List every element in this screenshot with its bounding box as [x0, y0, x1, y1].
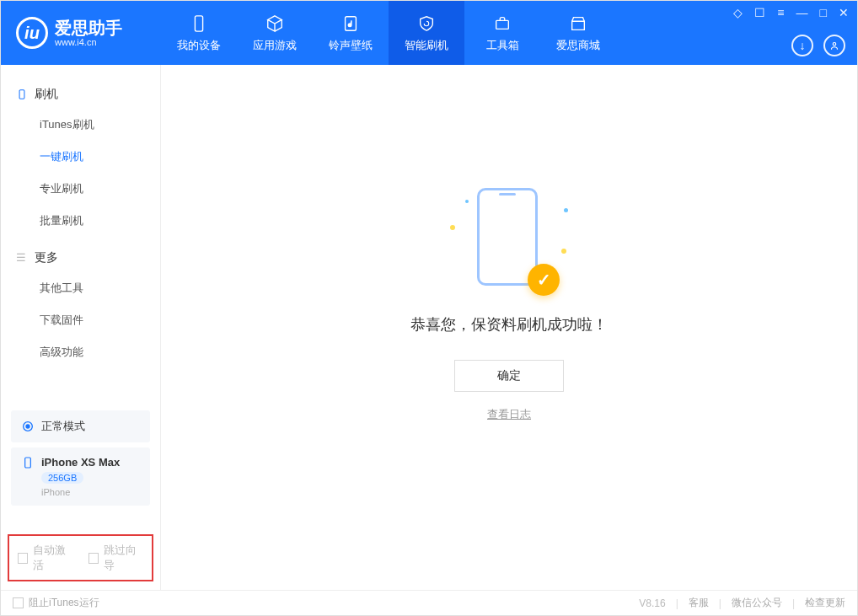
footer-link-wechat[interactable]: 微信公众号 [732, 596, 782, 610]
brand-title: 爱思助手 [55, 19, 122, 37]
checkbox-auto-activate[interactable]: 自动激活 [18, 543, 73, 573]
device-mode-row[interactable]: 正常模式 [11, 410, 150, 442]
user-icon[interactable] [823, 35, 845, 56]
sidebar-head-more: ☰ 更多 [1, 244, 160, 272]
logo-icon: iu [16, 17, 48, 49]
device-block: 正常模式 iPhone XS Max 256GB iPhone [11, 410, 150, 511]
checkmark-badge-icon: ✓ [528, 264, 560, 296]
phone-graphic [477, 188, 538, 286]
sidebar-group-flash: 刷机 iTunes刷机 一键刷机 专业刷机 批量刷机 [1, 80, 160, 237]
tab-toolbox[interactable]: 工具箱 [464, 1, 540, 65]
app-header: iu 爱思助手 www.i4.cn 我的设备 应用游戏 铃声壁纸 智能刷机 工具… [1, 1, 857, 65]
checkbox-block-itunes[interactable]: 阻止iTunes运行 [13, 596, 99, 610]
tab-label: 铃声壁纸 [329, 38, 373, 53]
refresh-shield-icon [416, 13, 437, 35]
sidebar-item-itunes-flash[interactable]: iTunes刷机 [1, 109, 160, 141]
toolbox-icon [491, 13, 513, 35]
ok-button[interactable]: 确定 [454, 360, 564, 392]
sidebar-head-label: 刷机 [35, 87, 58, 102]
sidebar-item-pro-flash[interactable]: 专业刷机 [1, 173, 160, 205]
sidebar-item-advanced[interactable]: 高级功能 [1, 336, 160, 368]
list-icon: ☰ [16, 252, 28, 264]
tab-smart-flash[interactable]: 智能刷机 [389, 1, 464, 65]
tab-label: 工具箱 [486, 38, 519, 53]
sidebar-head-flash: 刷机 [1, 80, 160, 109]
feedback-icon[interactable]: ☐ [754, 6, 765, 19]
success-message: 恭喜您，保资料刷机成功啦！ [410, 314, 608, 335]
window-controls: ◇ ☐ ≡ — □ ✕ [733, 6, 849, 19]
sidebar: 刷机 iTunes刷机 一键刷机 专业刷机 批量刷机 ☰ 更多 其他工具 下载固… [1, 65, 161, 590]
status-bar: 阻止iTunes运行 V8.16 | 客服 | 微信公众号 | 检查更新 [1, 590, 857, 615]
tab-apps-games[interactable]: 应用游戏 [237, 1, 313, 65]
device-capacity-badge: 256GB [41, 472, 83, 484]
device-info: iPhone XS Max 256GB iPhone [41, 456, 120, 497]
tab-label: 智能刷机 [405, 38, 448, 53]
svg-rect-4 [19, 90, 24, 99]
user-controls: ↓ [791, 35, 845, 56]
theme-icon[interactable]: ◇ [733, 6, 743, 19]
footer-right: V8.16 | 客服 | 微信公众号 | 检查更新 [639, 596, 845, 610]
main-tabs: 我的设备 应用游戏 铃声壁纸 智能刷机 工具箱 爱思商城 [161, 1, 616, 65]
app-body: 刷机 iTunes刷机 一键刷机 专业刷机 批量刷机 ☰ 更多 其他工具 下载固… [1, 65, 857, 590]
device-info-row[interactable]: iPhone XS Max 256GB iPhone [11, 447, 150, 506]
tab-label: 爱思商城 [556, 38, 600, 53]
sidebar-item-batch-flash[interactable]: 批量刷机 [1, 205, 160, 237]
svg-point-3 [833, 43, 836, 46]
checkbox-label: 阻止iTunes运行 [29, 596, 99, 610]
logo-area: iu 爱思助手 www.i4.cn [1, 1, 161, 65]
cube-icon [264, 13, 286, 35]
success-illustration: ✓ [450, 183, 568, 292]
device-phone-icon [21, 456, 35, 469]
tab-label: 应用游戏 [253, 38, 297, 53]
sidebar-item-other-tools[interactable]: 其他工具 [1, 272, 160, 304]
minimize-icon[interactable]: — [796, 6, 808, 19]
brand-text: 爱思助手 www.i4.cn [55, 19, 122, 47]
sidebar-head-label: 更多 [35, 250, 58, 265]
phone-outline-icon [16, 88, 28, 100]
sidebar-item-oneclick-flash[interactable]: 一键刷机 [1, 141, 160, 173]
device-mode-label: 正常模式 [41, 419, 85, 434]
music-file-icon [340, 13, 362, 35]
phone-icon [188, 13, 210, 35]
close-icon[interactable]: ✕ [839, 6, 849, 19]
store-icon [567, 13, 589, 35]
download-icon[interactable]: ↓ [791, 35, 813, 56]
tab-my-device[interactable]: 我的设备 [161, 1, 237, 65]
svg-rect-7 [25, 458, 31, 468]
version-label: V8.16 [639, 597, 665, 609]
device-name: iPhone XS Max [41, 456, 120, 469]
device-type: iPhone [41, 487, 120, 497]
svg-rect-2 [496, 20, 509, 29]
checkbox-skip-guide[interactable]: 跳过向导 [88, 543, 144, 573]
mode-icon [21, 420, 35, 433]
main-content: ✓ 恭喜您，保资料刷机成功啦！ 确定 查看日志 [161, 65, 857, 590]
checkbox-label: 自动激活 [33, 543, 72, 573]
tab-store[interactable]: 爱思商城 [540, 1, 616, 65]
checkbox-label: 跳过向导 [104, 543, 143, 573]
svg-rect-0 [195, 16, 202, 31]
tab-ringtones-wallpapers[interactable]: 铃声壁纸 [313, 1, 389, 65]
options-box: 自动激活 跳过向导 [8, 534, 153, 581]
sidebar-group-more: ☰ 更多 其他工具 下载固件 高级功能 [1, 244, 160, 368]
svg-point-6 [26, 425, 29, 428]
footer-link-update[interactable]: 检查更新 [805, 596, 845, 610]
tab-label: 我的设备 [177, 38, 221, 53]
brand-subtitle: www.i4.cn [55, 37, 122, 47]
maximize-icon[interactable]: □ [820, 6, 827, 19]
footer-link-support[interactable]: 客服 [689, 596, 709, 610]
menu-icon[interactable]: ≡ [777, 6, 784, 19]
sidebar-item-download-firmware[interactable]: 下载固件 [1, 304, 160, 336]
view-log-link[interactable]: 查看日志 [487, 407, 531, 422]
